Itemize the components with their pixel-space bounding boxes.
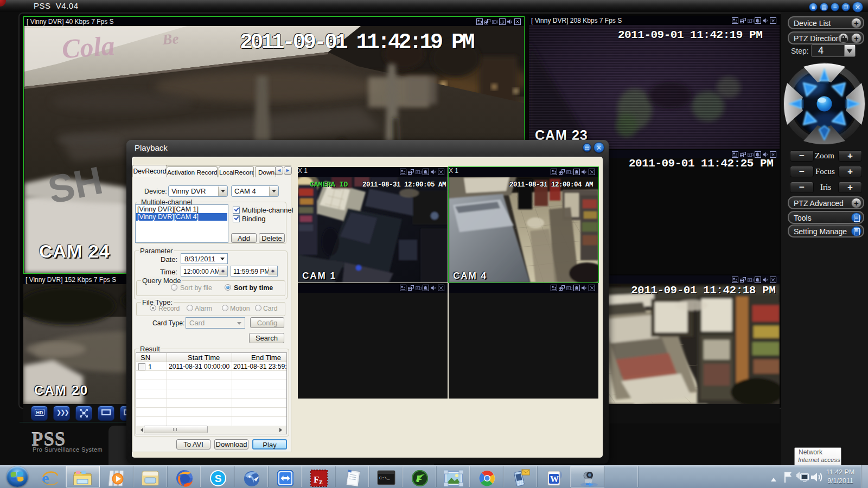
svg-text:Be: Be [161,30,179,48]
svg-text:F: F [314,474,319,485]
svg-text:S: S [215,473,222,484]
svg-text:z: z [319,477,323,486]
svg-text:Cola: Cola [61,30,116,65]
svg-text:W: W [550,474,559,484]
svg-text:C:\_: C:\_ [379,476,390,480]
svg-text:F: F [417,474,422,484]
